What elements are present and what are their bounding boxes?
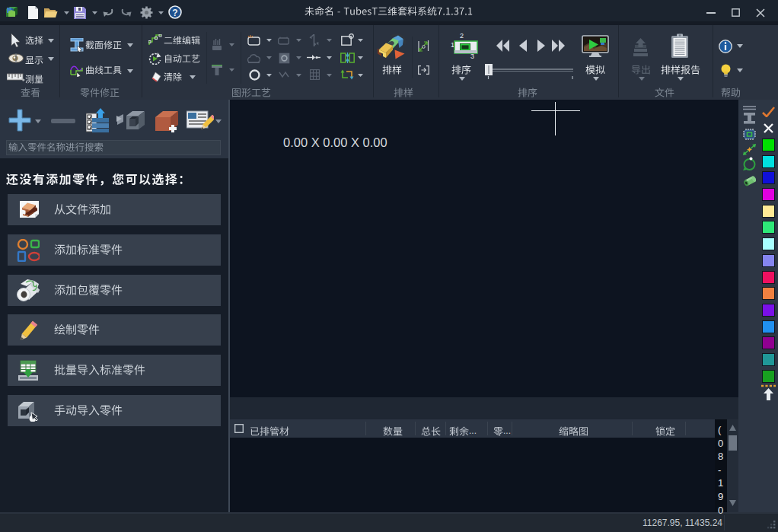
svg-text:2: 2 <box>460 32 464 40</box>
svg-text:?: ? <box>172 8 177 18</box>
